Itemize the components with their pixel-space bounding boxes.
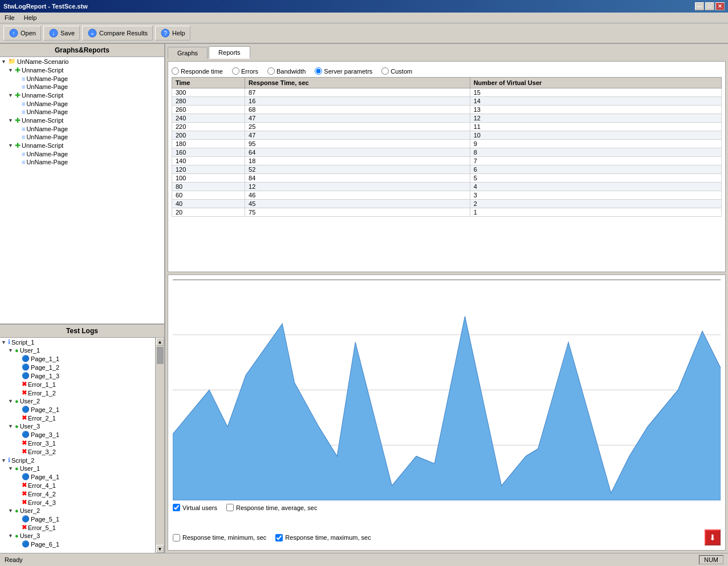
tree-label: UnName-Scenario [17,58,68,65]
log-error-1-1[interactable]: ✖ Error_1_1 [0,380,154,389]
table-body: 3008715280161426068132404712220251120047… [172,88,722,217]
log-page-1-2[interactable]: 🔵 Page_1_2 [0,363,154,371]
log-page-1-1[interactable]: 🔵 Page_1_1 [0,354,154,363]
help-button[interactable]: ? Help [155,26,190,41]
tree-label: User_1 [20,465,40,472]
table-cell: 25 [245,123,470,131]
chart-legend: Virtual users Response time, average, se… [173,500,721,545]
radio-server-params-input[interactable] [315,67,322,75]
log-error-4-2[interactable]: ✖ Error_4_2 [0,490,154,498]
log-page-3-1[interactable]: 🔵 Page_3_1 [0,430,154,439]
user-icon: ● [15,507,19,514]
scroll-up-button[interactable]: ▲ [156,338,164,346]
tree-item-page-4[interactable]: ≡ UnName-Page [0,108,164,116]
legend-response-avg[interactable]: Response time, average, sec [226,504,317,511]
tab-reports[interactable]: Reports [209,46,250,59]
open-button[interactable]: ↑ Open [3,26,41,41]
log-script-1[interactable]: ▼ ℹ Script_1 [0,338,154,346]
graphs-reports-tree: ▼ 📁 UnName-Scenario ▼ ✚ Unname-Script ≡ … [0,57,164,166]
log-error-5-1[interactable]: ✖ Error_5_1 [0,523,154,532]
tree-item-script-3[interactable]: ▼ ✚ Unname-Script [0,116,164,125]
tree-label: User_3 [20,532,40,539]
menu-help[interactable]: Help [22,14,39,22]
legend-virtual-users-checkbox[interactable] [173,504,180,511]
legend-response-min[interactable]: Response time, minimum, sec [173,529,266,545]
log-error-3-2[interactable]: ✖ Error_3_2 [0,447,154,456]
expand-icon: ▼ [8,398,14,404]
log-error-4-3[interactable]: ✖ Error_4_3 [0,498,154,507]
log-page-2-1[interactable]: 🔵 Page_2_1 [0,405,154,414]
tree-item-page-3[interactable]: ≡ UnName-Page [0,100,164,108]
tree-item-page-6[interactable]: ≡ UnName-Page [0,133,164,141]
log-page-5-1[interactable]: 🔵 Page_5_1 [0,515,154,523]
tree-item-page-7[interactable]: ≡ UnName-Page [0,150,164,158]
log-page-1-3[interactable]: 🔵 Page_1_3 [0,371,154,380]
radio-errors[interactable]: Errors [232,67,258,75]
table-cell: 200 [172,131,245,140]
compare-results-button[interactable]: = Compare Results [82,26,153,41]
legend-response-max-checkbox[interactable] [275,534,283,541]
log-user-1[interactable]: ▼ ● User_1 [0,346,154,354]
error-icon: ✖ [22,482,27,489]
tree-item-script-2[interactable]: ▼ ✚ Unname-Script [0,91,164,100]
log-page-6-1[interactable]: 🔵 Page_6_1 [0,540,154,548]
expand-icon: ▼ [8,508,14,514]
log-user-3[interactable]: ▼ ● User_3 [0,422,154,430]
tree-item-scenario[interactable]: ▼ 📁 UnName-Scenario [0,57,164,66]
log-script2-user-3[interactable]: ▼ ● User_3 [0,532,154,540]
page-icon: 🔵 [22,355,30,362]
page-icon: ≡ [22,126,25,132]
menu-file[interactable]: File [2,14,17,22]
open-icon: ↑ [9,28,19,38]
legend-response-max[interactable]: Response time, maximum, sec [275,529,371,545]
expand-icon: ▼ [8,423,14,429]
tab-graphs[interactable]: Graphs [168,47,208,59]
legend-virtual-users[interactable]: Virtual users [173,504,217,511]
log-script2-user-1[interactable]: ▼ ● User_1 [0,464,154,472]
table-row: 20751 [172,208,722,217]
radio-custom[interactable]: Custom [381,67,412,75]
scroll-thumb[interactable] [157,347,164,364]
tree-item-page-8[interactable]: ≡ UnName-Page [0,158,164,166]
log-script2-user-2[interactable]: ▼ ● User_2 [0,507,154,515]
tree-item-page-1[interactable]: ≡ UnName-Page [0,75,164,83]
expand-icon: ▼ [8,533,14,539]
tree-item-page-5[interactable]: ≡ UnName-Page [0,125,164,133]
log-script-2[interactable]: ▼ ℹ Script_2 [0,456,154,464]
logs-tree-container[interactable]: ▼ ℹ Script_1 ▼ ● User_1 🔵 Page_1_1 🔵 [0,338,164,553]
table-cell: 13 [470,106,721,114]
legend-response-min-checkbox[interactable] [173,534,180,541]
table-cell: 8 [470,148,721,157]
log-user-2[interactable]: ▼ ● User_2 [0,397,154,405]
tree-item-script-1[interactable]: ▼ ✚ Unname-Script [0,66,164,75]
save-button[interactable]: ↓ Save [43,26,80,41]
radio-response-time[interactable]: Responde time [172,67,223,75]
table-row: 60463 [172,191,722,200]
table-cell: 64 [245,148,470,157]
test-logs-title: Test Logs [0,325,164,338]
tree-item-script-4[interactable]: ▼ ✚ Unname-Script [0,141,164,150]
radio-response-time-input[interactable] [172,67,179,75]
tree-label: UnName-Page [26,134,68,140]
log-error-3-1[interactable]: ✖ Error_3_1 [0,439,154,447]
radio-bandwidth-input[interactable] [267,67,275,75]
radio-bandwidth[interactable]: Bandwidth [267,67,306,75]
table-cell: 280 [172,97,245,106]
log-page-4-1[interactable]: 🔵 Page_4_1 [0,472,154,481]
legend-response-avg-checkbox[interactable] [226,504,234,511]
log-error-1-2[interactable]: ✖ Error_1_2 [0,389,154,397]
tree-label: Page_2_1 [31,406,59,413]
radio-custom-input[interactable] [381,67,389,75]
minimize-button[interactable]: — [695,2,704,10]
radio-server-params[interactable]: Server parametrs [315,67,372,75]
radio-errors-input[interactable] [232,67,239,75]
scroll-down-button[interactable]: ▼ [156,545,164,553]
logs-scrollbar[interactable]: ▲ ▼ [155,338,164,553]
table-cell: 47 [245,131,470,140]
tree-item-page-2[interactable]: ≡ UnName-Page [0,83,164,91]
close-button[interactable]: ✕ [715,2,725,10]
maximize-button[interactable]: □ [705,2,714,10]
log-error-4-1[interactable]: ✖ Error_4_1 [0,481,154,490]
down-arrow-button[interactable]: ⬇ [705,529,721,545]
log-error-2-1[interactable]: ✖ Error_2_1 [0,414,154,422]
